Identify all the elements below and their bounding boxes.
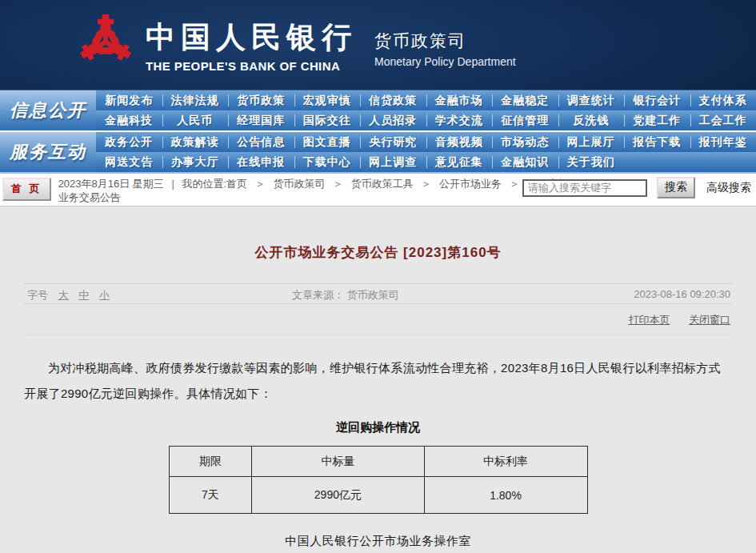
table-cell-volume: 2990亿元 xyxy=(252,477,424,514)
nav-item-labor-union[interactable]: 工会工作 xyxy=(690,110,756,130)
breadcrumb-separator: ＞ xyxy=(333,178,343,190)
site-header: 中国人民银行 THE PEOPLE'S BANK OF CHINA 货币政策司 … xyxy=(0,0,756,90)
breadcrumb-date: 2023年8月16日 星期三 xyxy=(58,178,164,190)
table-header-row: 期限 中标量 中标利率 xyxy=(169,447,587,477)
font-size-large[interactable]: 大 xyxy=(58,289,69,301)
department-name-en: Monetary Policy Department xyxy=(374,55,516,68)
nav-row-1: 新闻发布 法律法规 货币政策 宏观审慎 信贷政策 金融市场 金融稳定 调查统计 … xyxy=(96,90,756,110)
breadcrumb-separator: ＞ xyxy=(510,178,520,190)
font-size-label: 字号 xyxy=(27,289,48,301)
nav-item-live-broadcast[interactable]: 图文直播 xyxy=(294,132,361,152)
breadcrumb-location-label: 我的位置:首页 xyxy=(182,178,248,190)
breadcrumb-item-open-market-operations[interactable]: 公开市场业务 xyxy=(439,178,502,190)
search-button[interactable]: 搜索 xyxy=(657,177,695,198)
nav-item-statistics[interactable]: 调查统计 xyxy=(558,90,625,110)
font-size-small[interactable]: 小 xyxy=(99,289,110,301)
table-cell-rate: 1.80% xyxy=(424,477,587,514)
nav-item-laws[interactable]: 法律法规 xyxy=(162,90,229,110)
nav-item-financial-stability[interactable]: 金融稳定 xyxy=(492,90,558,110)
nav-row-3: 政务公开 政策解读 公告信息 图文直播 央行研究 音频视频 市场动态 网上展厅 … xyxy=(96,132,756,152)
search-area: 搜索 高级搜索 xyxy=(522,177,751,198)
advanced-search-link[interactable]: 高级搜索 xyxy=(706,181,751,195)
table-cell-term: 7天 xyxy=(169,477,252,514)
breadcrumb-pipe: | xyxy=(171,178,174,190)
nav-item-credit-reporting[interactable]: 征信管理 xyxy=(492,110,558,130)
nav-group-label-service-interaction[interactable]: 服务互动 xyxy=(0,132,96,172)
font-size-control: 字号 大 中 小 xyxy=(27,288,110,303)
main-navigation: 信息公开 新闻发布 法律法规 货币政策 宏观审慎 信贷政策 金融市场 金融稳定 … xyxy=(0,90,756,174)
nav-item-payment-system[interactable]: 支付体系 xyxy=(690,90,756,110)
nav-item-international[interactable]: 国际交往 xyxy=(294,110,361,130)
breadcrumb-item-policy-tools[interactable]: 货币政策工具 xyxy=(351,178,414,190)
nav-item-anti-money-laundering[interactable]: 反洗钱 xyxy=(558,110,625,130)
nav-item-audio-video[interactable]: 音频视频 xyxy=(426,132,493,152)
nav-item-gov-affairs[interactable]: 政务公开 xyxy=(96,132,162,152)
department-name-cn: 货币政策司 xyxy=(374,30,516,52)
print-page-link[interactable]: 打印本页 xyxy=(628,314,670,326)
nav-item-central-bank-research[interactable]: 央行研究 xyxy=(360,132,426,152)
article-source: 文章来源： 货币政策司 xyxy=(292,288,399,303)
nav-item-announcements[interactable]: 公告信息 xyxy=(228,132,294,152)
nav-item-monetary-policy[interactable]: 货币政策 xyxy=(228,90,294,110)
search-input[interactable] xyxy=(522,179,647,197)
nav-band-services: 服务互动 政务公开 政策解读 公告信息 图文直播 央行研究 音频视频 市场动态 … xyxy=(0,132,756,174)
bank-name-en: THE PEOPLE'S BANK OF CHINA xyxy=(146,59,357,73)
breadcrumb-bar: 首 页 2023年8月16日 星期三 | 我的位置:首页 ＞ 货币政策司 ＞ 货… xyxy=(0,174,756,206)
nav-item-periodicals[interactable]: 报刊年鉴 xyxy=(690,132,756,152)
nav-item-renminbi[interactable]: 人民币 xyxy=(162,110,229,130)
nav-item-news[interactable]: 新闻发布 xyxy=(96,90,162,110)
nav-item-fintech[interactable]: 金融科技 xyxy=(96,110,162,130)
breadcrumb-separator: ＞ xyxy=(421,178,431,190)
nav-band-information: 信息公开 新闻发布 法律法规 货币政策 宏观审慎 信贷政策 金融市场 金融稳定 … xyxy=(0,90,756,132)
nav-item-macroprudential[interactable]: 宏观审慎 xyxy=(294,90,361,110)
article-meta-row: 字号 大 中 小 文章来源： 货币政策司 2023-08-16 09:20:30 xyxy=(24,283,732,304)
pboc-logo-icon xyxy=(77,13,134,77)
nav-item-report-download[interactable]: 报告下载 xyxy=(624,132,690,152)
nav-item-policy-interpretation[interactable]: 政策解读 xyxy=(162,132,229,152)
nav-item-web-notices[interactable]: 网送文告 xyxy=(96,152,162,172)
nav-item-treasury[interactable]: 经理国库 xyxy=(228,110,294,130)
nav-item-online-survey[interactable]: 网上调查 xyxy=(360,152,426,172)
nav-item-download-center[interactable]: 下载中心 xyxy=(294,152,361,172)
nav-item-about-us[interactable]: 关于我们 xyxy=(558,152,625,172)
nav-item-academic-exchange[interactable]: 学术交流 xyxy=(426,110,493,130)
breadcrumb-separator: ＞ xyxy=(255,178,266,190)
nav-item-financial-knowledge[interactable]: 金融知识 xyxy=(492,152,558,172)
close-window-link[interactable]: 关闭窗口 xyxy=(689,314,730,326)
article-source-label: 文章来源： xyxy=(292,289,344,301)
nav-row-4: 网送文告 办事大厅 在线申报 下载中心 网上调查 意见征集 金融知识 关于我们 xyxy=(96,152,756,172)
nav-item-bank-accounting[interactable]: 银行会计 xyxy=(624,90,690,110)
table-header-term: 期限 xyxy=(169,447,252,477)
article-timestamp: 2023-08-16 09:20:30 xyxy=(634,288,730,300)
article-signature: 中国人民银行公开市场业务操作室 xyxy=(24,534,732,549)
nav-item-party-building[interactable]: 党建工作 xyxy=(624,110,690,130)
operation-table-title: 逆回购操作情况 xyxy=(24,420,732,435)
bank-name-block: 中国人民银行 THE PEOPLE'S BANK OF CHINA xyxy=(146,18,357,73)
nav-item-comment-solicitation[interactable]: 意见征集 xyxy=(426,152,493,172)
article-paragraph: 为对冲税期高峰、政府债券发行缴款等因素的影响，维护银行体系流动性合理充裕，202… xyxy=(24,355,732,407)
table-header-volume: 中标量 xyxy=(252,447,424,477)
nav-row-2: 金融科技 人民币 经理国库 国际交往 人员招录 学术交流 征信管理 反洗钱 党建… xyxy=(96,110,756,130)
font-size-medium[interactable]: 中 xyxy=(78,289,89,301)
article-content: 公开市场业务交易公告 [2023]第160号 字号 大 中 小 文章来源： 货币… xyxy=(0,206,756,553)
breadcrumb-item-monetary-policy-dept[interactable]: 货币政策司 xyxy=(273,178,325,190)
table-header-rate: 中标利率 xyxy=(424,447,587,477)
article-source-value: 货币政策司 xyxy=(347,289,399,301)
bank-name-cn: 中国人民银行 xyxy=(146,18,357,58)
nav-item-online-exhibition[interactable]: 网上展厅 xyxy=(558,132,625,152)
nav-group-label-info-disclosure[interactable]: 信息公开 xyxy=(0,90,96,130)
article-title: 公开市场业务交易公告 [2023]第160号 xyxy=(24,206,732,262)
table-row: 7天 2990亿元 1.80% xyxy=(169,477,587,514)
nav-item-market-dynamics[interactable]: 市场动态 xyxy=(492,132,558,152)
article-actions-row: 打印本页 关闭窗口 xyxy=(24,304,732,335)
department-block: 货币政策司 Monetary Policy Department xyxy=(374,22,516,68)
home-button[interactable]: 首 页 xyxy=(2,178,51,201)
breadcrumb: 2023年8月16日 星期三 | 我的位置:首页 ＞ 货币政策司 ＞ 货币政策工… xyxy=(58,177,577,204)
nav-item-online-filing[interactable]: 在线申报 xyxy=(228,152,294,172)
nav-item-credit-policy[interactable]: 信贷政策 xyxy=(360,90,426,110)
nav-item-service-hall[interactable]: 办事大厅 xyxy=(162,152,229,172)
nav-item-recruitment[interactable]: 人员招录 xyxy=(360,110,426,130)
reverse-repo-table: 期限 中标量 中标利率 7天 2990亿元 1.80% xyxy=(169,446,588,514)
nav-item-financial-markets[interactable]: 金融市场 xyxy=(426,90,493,110)
